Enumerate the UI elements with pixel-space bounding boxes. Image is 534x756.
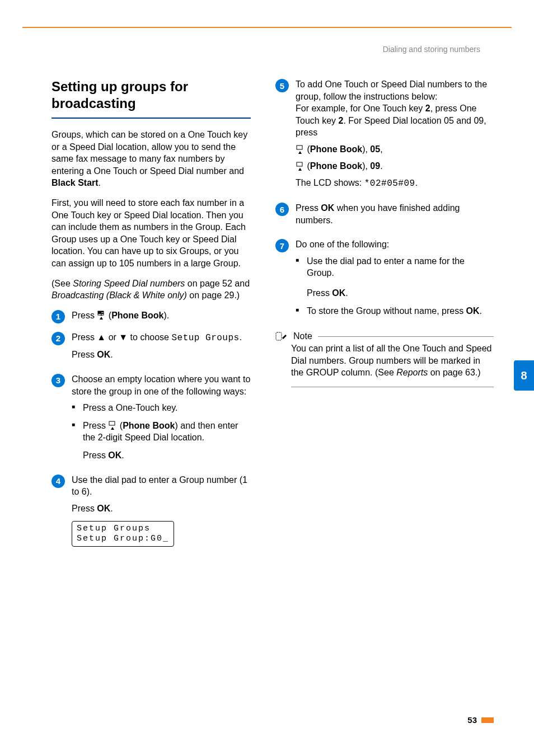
step-5-content: To add One Touch or Speed Dial numbers t… <box>296 78 494 194</box>
svg-rect-4 <box>276 332 282 340</box>
step3-dot: . <box>121 450 124 460</box>
note-body: You can print a list of all the One Touc… <box>291 342 494 387</box>
lcd-display: Setup Groups Setup Group:G0_ <box>72 521 174 547</box>
step2-e: . <box>240 332 242 342</box>
step-3: 3 Choose an empty location where you wan… <box>51 373 251 466</box>
phonebook-icon <box>296 144 305 156</box>
left-column: Setting up groups for broadcasting Group… <box>51 78 251 555</box>
note-c: on page 63.) <box>428 368 480 377</box>
step5-pb1-b: 05 <box>370 144 380 154</box>
step7-item-1: Use the dial pad to enter a name for the… <box>307 255 494 299</box>
down-arrow-icon: ▼ <box>119 332 128 342</box>
step-6: 6 Press OK when you have finished adding… <box>275 202 494 231</box>
step4-ok: OK <box>97 504 110 513</box>
step3-item-1: Press a One-Touch key. <box>83 402 251 414</box>
step2-b: or <box>106 332 119 342</box>
note-block: Note You can print a list of all the One… <box>275 330 494 387</box>
step3-item-2: Press (Phone Book) and then enter the 2-… <box>83 420 251 444</box>
step1-a: Press <box>72 311 97 320</box>
step4-dot: . <box>110 504 113 513</box>
para1-bold: Black Start <box>51 178 99 187</box>
lcd-line-2: Setup Group:G0_ <box>77 534 169 544</box>
right-column: 5 To add One Touch or Speed Dial numbers… <box>275 78 494 555</box>
step3-intro: Choose an empty location where you want … <box>72 373 251 397</box>
step5-lcd-b: *02#05#09 <box>364 179 415 189</box>
step3-li2-a: Press <box>83 421 108 430</box>
step6-ok: OK <box>321 203 334 213</box>
phonebook-icon <box>97 310 106 321</box>
step2-d: Setup Groups <box>171 333 239 343</box>
step-4-badge: 4 <box>51 475 65 488</box>
step7-intro: Do one of the following: <box>296 238 494 251</box>
step-4: 4 Use the dial pad to enter a Group numb… <box>51 474 251 547</box>
see-d: Broadcasting (Black & White only) <box>51 290 187 300</box>
step7-li1-ok: Press OK. <box>307 287 494 299</box>
step7-li1-dot: . <box>345 288 348 298</box>
note-label: Note <box>293 331 312 341</box>
page-number: 53 <box>467 715 477 725</box>
step7-li2-a: To store the Group without name, press <box>307 306 466 316</box>
intro-paragraph-1: Groups, which can be stored on a One Tou… <box>51 129 251 189</box>
step-1-content: Press (Phone Book). <box>72 309 251 322</box>
step-1: 1 Press (Phone Book). <box>51 309 251 323</box>
step3-press-ok: Press OK. <box>83 449 251 462</box>
step1-b: ). <box>163 311 169 320</box>
note-header-row: Note <box>275 330 494 342</box>
step5-dot: . <box>415 178 418 187</box>
chapter-tab: 8 <box>514 360 534 391</box>
step6-a: Press <box>296 203 321 213</box>
step7-li1-press: Press <box>307 288 332 298</box>
step-2-content: Press ▲ or ▼ to choose Setup Groups. Pre… <box>72 331 251 365</box>
phonebook-icon <box>296 161 305 172</box>
step7-li2-ok: OK <box>466 306 480 316</box>
step-1-badge: 1 <box>51 310 65 323</box>
step-5: 5 To add One Touch or Speed Dial numbers… <box>275 78 494 194</box>
section-title: Setting up groups for broadcasting <box>51 78 251 112</box>
step2-a: Press <box>72 332 97 342</box>
intro-paragraph-2: First, you will need to store each fax n… <box>51 197 251 270</box>
step3-ok: OK <box>108 450 121 460</box>
step-7-content: Do one of the following: Use the dial pa… <box>296 238 494 322</box>
step-2-badge: 2 <box>51 332 65 345</box>
step1-pb: Phone Book <box>111 311 163 320</box>
see-reference: (See Storing Speed Dial numbers on page … <box>51 278 251 302</box>
see-c: on page 52 and <box>185 279 250 288</box>
step-7: 7 Do one of the following: Use the dial … <box>275 238 494 322</box>
step5-key2a: 2 <box>425 104 430 113</box>
svg-rect-3 <box>297 162 302 166</box>
phonebook-icon <box>108 420 117 431</box>
step-3-content: Choose an empty location where you want … <box>72 373 251 466</box>
main-content: Setting up groups for broadcasting Group… <box>51 78 494 555</box>
step4-press: Press <box>72 504 97 513</box>
up-arrow-icon: ▲ <box>97 332 106 342</box>
see-e: on page 29.) <box>187 290 240 300</box>
step3-press: Press <box>83 450 108 460</box>
footer-accent <box>481 717 494 723</box>
step5-a: To add One Touch or Speed Dial numbers t… <box>296 79 487 101</box>
note-b: Reports <box>396 368 428 377</box>
step-6-content: Press OK when you have finished adding n… <box>296 202 494 231</box>
svg-rect-1 <box>109 421 115 425</box>
header-rule <box>22 27 512 28</box>
step5-b: For example, for One Touch key <box>296 104 425 113</box>
step7-li1-okword: OK <box>332 288 345 298</box>
step-7-badge: 7 <box>275 239 289 252</box>
see-a: (See <box>51 279 73 288</box>
step5-pb2-a: Phone Book <box>310 161 362 171</box>
step-4-content: Use the dial pad to enter a Group number… <box>72 474 251 547</box>
note-rule <box>318 336 494 337</box>
step5-pb1-a: Phone Book <box>310 144 362 154</box>
step-5-badge: 5 <box>275 79 289 92</box>
step5-lcd-a: The LCD shows: <box>296 178 364 187</box>
step5-pb2-b: 09 <box>370 161 380 171</box>
note-pencil-icon <box>275 330 288 342</box>
para1-text: Groups, which can be stored on a One Tou… <box>51 130 247 176</box>
step2-dot: . <box>110 350 113 359</box>
page-footer: 53 <box>467 715 494 725</box>
step7-list: Use the dial pad to enter a name for the… <box>296 255 494 317</box>
step3-li2-b: Phone Book <box>123 421 175 430</box>
title-rule <box>51 118 251 119</box>
lcd-line-1: Setup Groups <box>77 524 169 534</box>
step7-li2-dot: . <box>480 306 482 316</box>
step-3-badge: 3 <box>51 374 65 387</box>
